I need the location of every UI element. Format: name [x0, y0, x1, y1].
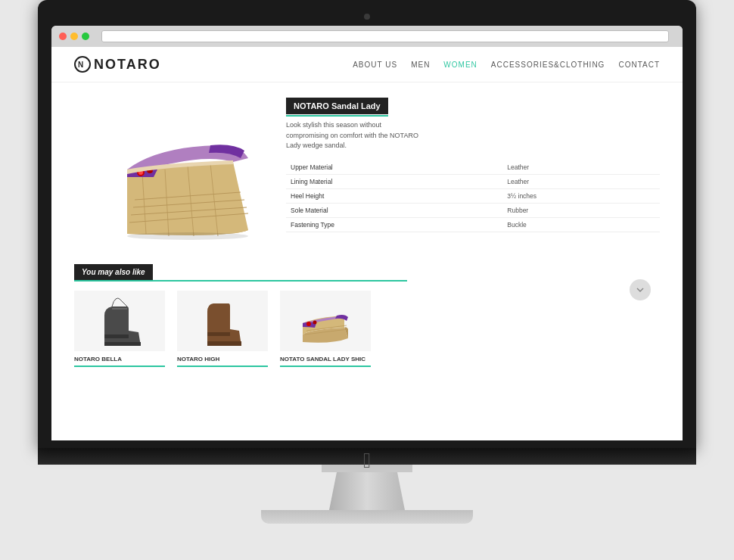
spec-label: Fastening Type	[286, 217, 502, 232]
spec-value: Leather	[502, 160, 660, 175]
site-nav: ABOUT US MEN WOMEN ACCESSORIES&CLOTHING …	[353, 61, 660, 69]
maximize-button[interactable]	[82, 33, 89, 40]
svg-text:N: N	[78, 61, 85, 69]
nav-about[interactable]: ABOUT US	[353, 61, 397, 69]
browser-window: N NOTARO ABOUT US MEN WOMEN ACCESSORIES&…	[51, 26, 683, 440]
related-underline-2	[177, 366, 268, 367]
section-divider	[74, 280, 407, 282]
spec-value: Buckle	[502, 217, 660, 232]
related-product-1[interactable]: NOTARO BELLA	[74, 291, 165, 367]
svg-point-18	[313, 320, 317, 324]
spec-row: Fastening Type Buckle	[286, 217, 660, 232]
sandal-svg	[82, 101, 263, 245]
product-description: Look stylish this season without comprom…	[286, 120, 422, 151]
product-specs-table: Upper Material Leather Lining Material L…	[286, 160, 660, 232]
product-title-bar: NOTARO Sandal Lady	[286, 98, 388, 114]
address-bar[interactable]	[101, 30, 669, 42]
spec-row: Sole Material Rubber	[286, 203, 660, 217]
spec-label: Lining Material	[286, 174, 502, 188]
related-img-1	[74, 291, 165, 351]
spec-label: Heel Height	[286, 188, 502, 203]
nav-contact[interactable]: CONTACT	[618, 61, 660, 69]
product-image	[74, 98, 271, 249]
product-title: NOTARO Sandal Lady	[294, 101, 381, 110]
nav-accessories[interactable]: ACCESSORIES&CLOTHING	[491, 61, 605, 69]
section-title: You may also like	[82, 268, 145, 276]
logo-text: NOTARO	[94, 57, 161, 73]
related-product-3[interactable]: NOTATO SANDAL LADY SHIC	[280, 291, 371, 367]
spec-row: Lining Material Leather	[286, 174, 660, 188]
nav-men[interactable]: MEN	[411, 61, 430, 69]
related-underline-1	[74, 366, 165, 367]
spec-value: Rubber	[502, 203, 660, 217]
scroll-down-button[interactable]	[630, 279, 651, 300]
related-name-3: NOTATO SANDAL LADY SHIC	[280, 356, 371, 362]
related-products-grid: NOTARO BELLA	[74, 291, 660, 367]
browser-titlebar	[51, 26, 683, 47]
stand-neck	[329, 472, 405, 510]
spec-label: Sole Material	[286, 203, 502, 217]
browser-content: N NOTARO ABOUT US MEN WOMEN ACCESSORIES&…	[51, 47, 683, 440]
related-img-2	[177, 291, 268, 351]
related-products-section: You may also like	[51, 264, 683, 382]
minimize-button[interactable]	[70, 33, 78, 40]
related-img-3	[280, 291, 371, 351]
product-section: NOTARO Sandal Lady Look stylish this sea…	[51, 82, 683, 264]
product-image-section	[74, 98, 271, 249]
spec-value: Leather	[502, 174, 660, 188]
close-button[interactable]	[59, 33, 67, 40]
imac-wrapper: N NOTARO ABOUT US MEN WOMEN ACCESSORIES&…	[0, 0, 734, 560]
camera-dot	[364, 14, 370, 20]
svg-point-13	[127, 232, 248, 240]
spec-value: 3½ inches	[502, 188, 660, 203]
site-header: N NOTARO ABOUT US MEN WOMEN ACCESSORIES&…	[51, 47, 683, 82]
apple-logo: 	[363, 449, 371, 473]
chevron-down-icon	[636, 285, 645, 294]
svg-point-17	[306, 322, 311, 326]
related-product-2[interactable]: NOTARO HIGH	[177, 291, 268, 367]
related-name-2: NOTARO HIGH	[177, 356, 268, 362]
spec-label: Upper Material	[286, 160, 502, 175]
svg-rect-14	[112, 308, 127, 310]
related-name-1: NOTARO BELLA	[74, 356, 165, 362]
nav-women[interactable]: WOMEN	[443, 61, 477, 69]
product-details: NOTARO Sandal Lady Look stylish this sea…	[286, 98, 660, 249]
spec-row: Heel Height 3½ inches	[286, 188, 660, 203]
site-logo: N NOTARO	[74, 56, 161, 73]
section-title-bar: You may also like	[74, 264, 153, 280]
stand-base	[261, 510, 473, 524]
logo-icon: N	[74, 56, 91, 73]
spec-row: Upper Material Leather	[286, 160, 660, 175]
traffic-lights	[59, 33, 89, 40]
related-underline-3	[280, 366, 371, 367]
imac-screen-bezel: N NOTARO ABOUT US MEN WOMEN ACCESSORIES&…	[38, 0, 696, 448]
